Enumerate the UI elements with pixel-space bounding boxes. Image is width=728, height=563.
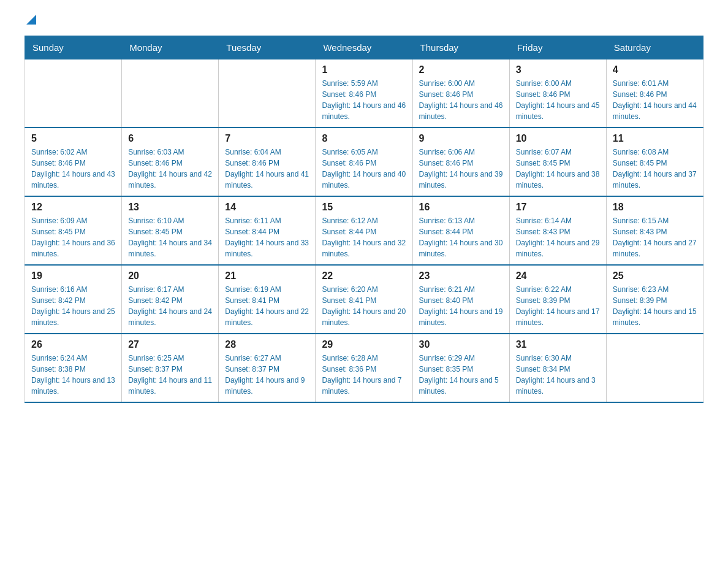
- day-info: Sunrise: 6:24 AM Sunset: 8:38 PM Dayligh…: [31, 353, 115, 397]
- calendar-day-cell: 30Sunrise: 6:29 AM Sunset: 8:35 PM Dayli…: [412, 334, 509, 402]
- calendar-day-cell: 17Sunrise: 6:14 AM Sunset: 8:43 PM Dayli…: [509, 196, 606, 265]
- col-sunday: Sunday: [25, 36, 122, 59]
- calendar-day-cell: 29Sunrise: 6:28 AM Sunset: 8:36 PM Dayli…: [316, 334, 412, 402]
- day-info: Sunrise: 6:23 AM Sunset: 8:39 PM Dayligh…: [613, 284, 697, 328]
- calendar-day-cell: [122, 59, 219, 128]
- col-friday: Friday: [509, 36, 606, 59]
- day-info: Sunrise: 6:17 AM Sunset: 8:42 PM Dayligh…: [128, 284, 212, 328]
- calendar-day-cell: 13Sunrise: 6:10 AM Sunset: 8:45 PM Dayli…: [122, 196, 219, 265]
- day-number: 1: [322, 64, 406, 75]
- day-number: 28: [225, 339, 309, 350]
- calendar-week-row: 19Sunrise: 6:16 AM Sunset: 8:42 PM Dayli…: [25, 265, 703, 334]
- day-number: 5: [31, 133, 115, 144]
- day-info: Sunrise: 6:30 AM Sunset: 8:34 PM Dayligh…: [516, 353, 600, 397]
- day-number: 25: [613, 270, 697, 282]
- day-info: Sunrise: 6:29 AM Sunset: 8:35 PM Dayligh…: [419, 353, 503, 397]
- logo: [25, 18, 36, 29]
- page-header: [25, 18, 703, 29]
- calendar-day-cell: 11Sunrise: 6:08 AM Sunset: 8:45 PM Dayli…: [606, 128, 703, 196]
- calendar-day-cell: [606, 334, 703, 402]
- calendar-day-cell: 18Sunrise: 6:15 AM Sunset: 8:43 PM Dayli…: [606, 196, 703, 265]
- day-number: 7: [225, 133, 309, 144]
- day-info: Sunrise: 6:22 AM Sunset: 8:39 PM Dayligh…: [516, 284, 600, 328]
- days-of-week-row: Sunday Monday Tuesday Wednesday Thursday…: [25, 36, 703, 59]
- day-info: Sunrise: 6:25 AM Sunset: 8:37 PM Dayligh…: [128, 353, 212, 397]
- day-info: Sunrise: 6:12 AM Sunset: 8:44 PM Dayligh…: [322, 215, 406, 259]
- day-info: Sunrise: 6:28 AM Sunset: 8:36 PM Dayligh…: [322, 353, 406, 397]
- calendar-day-cell: 16Sunrise: 6:13 AM Sunset: 8:44 PM Dayli…: [412, 196, 509, 265]
- day-info: Sunrise: 6:07 AM Sunset: 8:45 PM Dayligh…: [516, 147, 600, 191]
- calendar-body: 1Sunrise: 5:59 AM Sunset: 8:46 PM Daylig…: [25, 59, 703, 403]
- day-info: Sunrise: 6:01 AM Sunset: 8:46 PM Dayligh…: [613, 78, 697, 122]
- day-number: 26: [31, 339, 115, 350]
- calendar-day-cell: 6Sunrise: 6:03 AM Sunset: 8:46 PM Daylig…: [122, 128, 219, 196]
- day-info: Sunrise: 6:11 AM Sunset: 8:44 PM Dayligh…: [225, 215, 309, 259]
- day-info: Sunrise: 6:00 AM Sunset: 8:46 PM Dayligh…: [516, 78, 600, 122]
- col-wednesday: Wednesday: [316, 36, 412, 59]
- calendar-day-cell: 2Sunrise: 6:00 AM Sunset: 8:46 PM Daylig…: [412, 59, 509, 128]
- day-number: 21: [225, 270, 309, 282]
- day-number: 29: [322, 339, 406, 350]
- calendar-day-cell: 3Sunrise: 6:00 AM Sunset: 8:46 PM Daylig…: [509, 59, 606, 128]
- day-number: 18: [613, 202, 697, 213]
- calendar-day-cell: 20Sunrise: 6:17 AM Sunset: 8:42 PM Dayli…: [122, 265, 219, 334]
- calendar-day-cell: 31Sunrise: 6:30 AM Sunset: 8:34 PM Dayli…: [509, 334, 606, 402]
- col-tuesday: Tuesday: [219, 36, 316, 59]
- calendar-day-cell: 14Sunrise: 6:11 AM Sunset: 8:44 PM Dayli…: [219, 196, 316, 265]
- col-saturday: Saturday: [606, 36, 703, 59]
- day-number: 27: [128, 339, 212, 350]
- day-info: Sunrise: 6:15 AM Sunset: 8:43 PM Dayligh…: [613, 215, 697, 259]
- day-info: Sunrise: 6:14 AM Sunset: 8:43 PM Dayligh…: [516, 215, 600, 259]
- day-info: Sunrise: 6:09 AM Sunset: 8:45 PM Dayligh…: [31, 215, 115, 259]
- day-number: 9: [419, 133, 503, 144]
- calendar-day-cell: 8Sunrise: 6:05 AM Sunset: 8:46 PM Daylig…: [316, 128, 412, 196]
- day-number: 19: [31, 270, 115, 282]
- day-info: Sunrise: 6:06 AM Sunset: 8:46 PM Dayligh…: [419, 147, 503, 191]
- calendar-day-cell: 10Sunrise: 6:07 AM Sunset: 8:45 PM Dayli…: [509, 128, 606, 196]
- day-number: 24: [516, 270, 600, 282]
- calendar-week-row: 1Sunrise: 5:59 AM Sunset: 8:46 PM Daylig…: [25, 59, 703, 128]
- calendar-table: Sunday Monday Tuesday Wednesday Thursday…: [25, 36, 703, 403]
- day-info: Sunrise: 6:00 AM Sunset: 8:46 PM Dayligh…: [419, 78, 503, 122]
- day-number: 8: [322, 133, 406, 144]
- day-number: 10: [516, 133, 600, 144]
- day-info: Sunrise: 6:20 AM Sunset: 8:41 PM Dayligh…: [322, 284, 406, 328]
- day-number: 3: [516, 64, 600, 75]
- day-number: 16: [419, 202, 503, 213]
- day-info: Sunrise: 6:02 AM Sunset: 8:46 PM Dayligh…: [31, 147, 115, 191]
- day-number: 22: [322, 270, 406, 282]
- day-info: Sunrise: 6:04 AM Sunset: 8:46 PM Dayligh…: [225, 147, 309, 191]
- calendar-day-cell: 7Sunrise: 6:04 AM Sunset: 8:46 PM Daylig…: [219, 128, 316, 196]
- calendar-day-cell: 12Sunrise: 6:09 AM Sunset: 8:45 PM Dayli…: [25, 196, 122, 265]
- calendar-week-row: 12Sunrise: 6:09 AM Sunset: 8:45 PM Dayli…: [25, 196, 703, 265]
- calendar-week-row: 26Sunrise: 6:24 AM Sunset: 8:38 PM Dayli…: [25, 334, 703, 402]
- day-number: 30: [419, 339, 503, 350]
- day-number: 2: [419, 64, 503, 75]
- day-info: Sunrise: 6:05 AM Sunset: 8:46 PM Dayligh…: [322, 147, 406, 191]
- col-monday: Monday: [122, 36, 219, 59]
- day-info: Sunrise: 6:27 AM Sunset: 8:37 PM Dayligh…: [225, 353, 309, 397]
- day-number: 6: [128, 133, 212, 144]
- day-number: 13: [128, 202, 212, 213]
- day-info: Sunrise: 6:08 AM Sunset: 8:45 PM Dayligh…: [613, 147, 697, 191]
- day-number: 23: [419, 270, 503, 282]
- day-info: Sunrise: 5:59 AM Sunset: 8:46 PM Dayligh…: [322, 78, 406, 122]
- col-thursday: Thursday: [412, 36, 509, 59]
- calendar-week-row: 5Sunrise: 6:02 AM Sunset: 8:46 PM Daylig…: [25, 128, 703, 196]
- calendar-day-cell: 27Sunrise: 6:25 AM Sunset: 8:37 PM Dayli…: [122, 334, 219, 402]
- day-info: Sunrise: 6:10 AM Sunset: 8:45 PM Dayligh…: [128, 215, 212, 259]
- calendar-header: Sunday Monday Tuesday Wednesday Thursday…: [25, 36, 703, 59]
- day-number: 4: [613, 64, 697, 75]
- day-number: 14: [225, 202, 309, 213]
- calendar-day-cell: [219, 59, 316, 128]
- calendar-day-cell: 24Sunrise: 6:22 AM Sunset: 8:39 PM Dayli…: [509, 265, 606, 334]
- calendar-day-cell: 1Sunrise: 5:59 AM Sunset: 8:46 PM Daylig…: [316, 59, 412, 128]
- calendar-day-cell: 4Sunrise: 6:01 AM Sunset: 8:46 PM Daylig…: [606, 59, 703, 128]
- calendar-day-cell: 19Sunrise: 6:16 AM Sunset: 8:42 PM Dayli…: [25, 265, 122, 334]
- calendar-day-cell: 5Sunrise: 6:02 AM Sunset: 8:46 PM Daylig…: [25, 128, 122, 196]
- calendar-day-cell: 25Sunrise: 6:23 AM Sunset: 8:39 PM Dayli…: [606, 265, 703, 334]
- calendar-day-cell: 21Sunrise: 6:19 AM Sunset: 8:41 PM Dayli…: [219, 265, 316, 334]
- day-number: 17: [516, 202, 600, 213]
- calendar-day-cell: 9Sunrise: 6:06 AM Sunset: 8:46 PM Daylig…: [412, 128, 509, 196]
- day-info: Sunrise: 6:21 AM Sunset: 8:40 PM Dayligh…: [419, 284, 503, 328]
